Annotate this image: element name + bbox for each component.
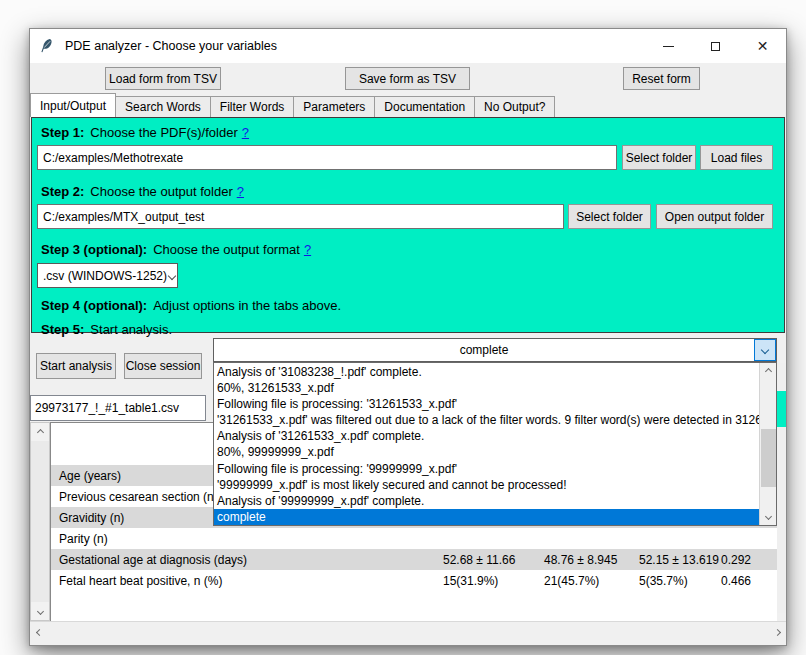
- close-session-button[interactable]: Close session: [124, 353, 202, 379]
- status-dropdown-list[interactable]: Analysis of '31083238_!.pdf' complete. 6…: [213, 362, 777, 526]
- title-bar[interactable]: PDE analyzer - Choose your variables ✕: [30, 29, 786, 63]
- log-list-item-selected[interactable]: complete: [214, 509, 759, 525]
- log-list-item[interactable]: Following file is processing: '99999999_…: [214, 461, 759, 477]
- python-feather-icon: [39, 38, 55, 54]
- open-output-folder-button[interactable]: Open output folder: [656, 204, 773, 229]
- step1-label: Step 1:Choose the PDF(s)/folder?: [41, 125, 249, 140]
- step2-label: Step 2:Choose the output folder?: [41, 184, 244, 199]
- table-vertical-scrollbar[interactable]: [30, 422, 50, 621]
- log-list-item[interactable]: '99999999_x.pdf' is most likely secured …: [214, 477, 759, 493]
- pdf-folder-input[interactable]: C:/examples/Methotrexate: [37, 145, 617, 170]
- status-value: complete: [214, 339, 754, 361]
- step2-select-folder-button[interactable]: Select folder: [568, 204, 651, 229]
- log-list-item[interactable]: Analysis of '31261533_x.pdf' complete.: [214, 428, 759, 444]
- output-file-list-item[interactable]: 29973177_!_#1_table1.csv: [30, 395, 206, 421]
- scroll-up-icon[interactable]: [31, 423, 49, 441]
- minimize-button[interactable]: [645, 29, 692, 63]
- tab-no-output[interactable]: No Output?: [474, 96, 555, 117]
- scrollbar-thumb[interactable]: [761, 429, 776, 487]
- scroll-left-icon[interactable]: [30, 622, 48, 643]
- dropdown-scrollbar[interactable]: [759, 363, 776, 525]
- tab-parameters[interactable]: Parameters: [293, 96, 375, 117]
- desktop: PDE analyzer - Choose your variables ✕ L…: [0, 0, 806, 655]
- start-analysis-button[interactable]: Start analysis: [36, 353, 116, 379]
- scroll-up-icon[interactable]: [760, 363, 776, 380]
- save-form-button[interactable]: Save form as TSV: [345, 67, 470, 90]
- step4-label: Step 4 (optional):Adjust options in the …: [41, 298, 341, 313]
- maximize-button[interactable]: [692, 29, 739, 63]
- close-button[interactable]: ✕: [739, 29, 786, 63]
- log-list-item[interactable]: 80%, 99999999_x.pdf: [214, 444, 759, 460]
- step2-help-link[interactable]: ?: [237, 184, 244, 199]
- tab-documentation[interactable]: Documentation: [374, 96, 475, 117]
- output-format-combobox[interactable]: .csv (WINDOWS-1252): [37, 263, 178, 288]
- right-vertical-scrollbar[interactable]: [777, 363, 786, 613]
- log-list-item[interactable]: Analysis of '99999999_x.pdf' complete.: [214, 493, 759, 509]
- log-list-item[interactable]: '31261533_x.pdf' was filtered out due to…: [214, 412, 759, 428]
- step3-help-link[interactable]: ?: [304, 242, 311, 257]
- log-list-item[interactable]: 60%, 31261533_x.pdf: [214, 380, 759, 396]
- tab-filter-words[interactable]: Filter Words: [210, 96, 294, 117]
- output-format-value: .csv (WINDOWS-1252): [38, 269, 167, 283]
- load-files-button[interactable]: Load files: [700, 145, 773, 170]
- step1-help-link[interactable]: ?: [242, 125, 249, 140]
- window-title: PDE analyzer - Choose your variables: [65, 39, 277, 53]
- table-horizontal-scrollbar[interactable]: [30, 621, 786, 642]
- chevron-down-icon[interactable]: [167, 273, 177, 279]
- scroll-down-icon[interactable]: [31, 602, 49, 620]
- app-window: PDE analyzer - Choose your variables ✕ L…: [29, 28, 787, 646]
- status-combobox[interactable]: complete: [213, 338, 777, 362]
- table-row: Fetal heart beat positive, n (%)15(31.9%…: [51, 570, 777, 591]
- step5-label: Step 5:Start analysis.: [41, 322, 172, 337]
- output-folder-input[interactable]: C:/examples/MTX_output_test: [37, 204, 564, 229]
- scroll-right-icon[interactable]: [768, 622, 786, 643]
- scrollbar-thumb[interactable]: [777, 391, 786, 427]
- table-row: Parity (n): [51, 528, 777, 549]
- log-list-item[interactable]: Following file is processing: '31261533_…: [214, 396, 759, 412]
- log-list-item[interactable]: Analysis of '31083238_!.pdf' complete.: [214, 364, 759, 380]
- chevron-down-icon[interactable]: [754, 339, 776, 361]
- tab-input-output[interactable]: Input/Output: [30, 93, 116, 117]
- step3-label: Step 3 (optional):Choose the output form…: [41, 242, 311, 257]
- table-row: Gestational age at diagnosis (days)52.68…: [51, 549, 777, 570]
- scroll-down-icon[interactable]: [760, 508, 776, 525]
- reset-form-button[interactable]: Reset form: [623, 67, 700, 90]
- tab-search-words[interactable]: Search Words: [115, 96, 211, 117]
- tab-bar: Input/Output Search Words Filter Words P…: [30, 93, 786, 117]
- step1-select-folder-button[interactable]: Select folder: [622, 145, 696, 170]
- load-form-button[interactable]: Load form from TSV: [105, 67, 221, 90]
- form-toolbar: Load form from TSV Save form as TSV Rese…: [30, 63, 786, 93]
- input-output-panel: Step 1:Choose the PDF(s)/folder? C:/exam…: [31, 117, 785, 333]
